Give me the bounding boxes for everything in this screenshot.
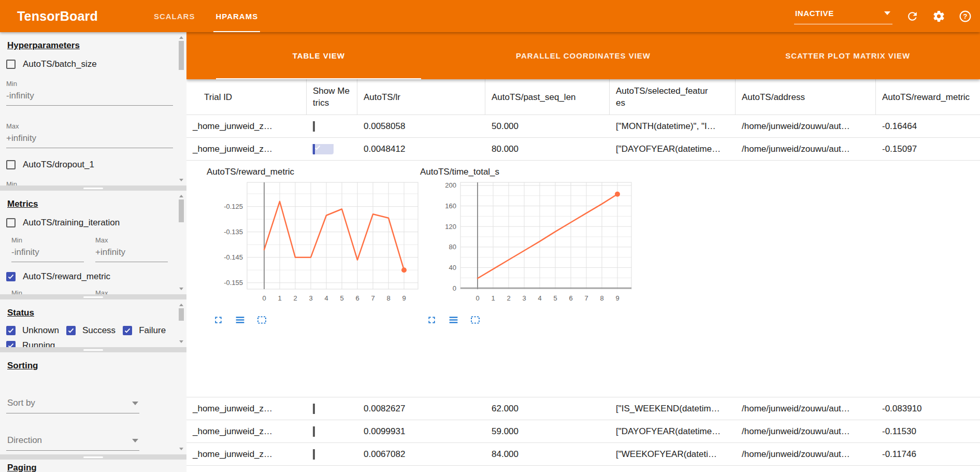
svg-text:5: 5 [340,294,343,302]
tab-parallel-coordinates-view[interactable]: PARALLEL COORDINATES VIEW [451,32,716,79]
run-status-value: INACTIVE [795,9,834,18]
svg-text:120: 120 [445,223,456,231]
min-label: Min [11,289,84,294]
resize-handle[interactable] [83,296,103,298]
tab-scalars[interactable]: SCALARS [143,0,206,32]
scroll-down-icon[interactable] [179,179,183,181]
section-scrollbar[interactable] [178,303,184,344]
show-metrics-cell [307,144,357,154]
show-metrics-checkbox[interactable] [313,121,315,132]
section-resize-divider[interactable] [0,185,186,191]
horizontal-lines-icon[interactable] [235,314,246,325]
time-total-chart: 040801201602000123456789 [417,178,640,305]
column-header-lr[interactable]: AutoTS/lr [357,79,485,115]
min-input[interactable]: -infinity [11,244,84,262]
status-running-checkbox[interactable] [6,341,16,347]
view-tab-bar: TABLE VIEW PARALLEL COORDINATES VIEW SCA… [186,32,980,79]
max-label: Max [6,122,173,130]
column-header-show-metrics[interactable]: Show Metrics [307,79,357,115]
status-failure-checkbox[interactable] [123,326,132,335]
address-cell: /home/junweid/zouwu/aut… [736,426,876,437]
status-unknown-checkbox[interactable] [6,326,16,335]
show-metrics-cell [307,404,357,414]
section-resize-divider[interactable] [0,347,186,352]
svg-text:-0.145: -0.145 [224,253,243,261]
metric-training-iteration-row[interactable]: AutoTS/training_iteration [6,218,173,228]
status-failure-row[interactable]: Failure [123,325,166,336]
resize-handle[interactable] [83,188,103,189]
sort-by-select[interactable]: Sort by [6,396,139,413]
scroll-up-icon[interactable] [179,195,183,197]
scroll-down-icon[interactable] [179,288,183,290]
app-header: TensorBoard SCALARS HPARAMS INACTIVE ? [0,0,980,32]
resize-handle[interactable] [83,456,103,458]
dashed-selection-icon[interactable] [470,314,481,325]
status-success-checkbox[interactable] [66,326,76,335]
min-label: Min [11,236,84,244]
training-iteration-checkbox[interactable] [6,218,16,227]
show-metrics-checkbox[interactable] [313,404,315,414]
section-resize-divider[interactable] [0,294,186,299]
section-scrollbar[interactable] [178,35,184,182]
run-status-selector[interactable]: INACTIVE [794,8,892,24]
sidebar-section-paging: Paging [0,460,186,472]
hparam-dropout-row[interactable]: AutoTS/dropout_1 [6,160,173,170]
show-metrics-checkbox[interactable] [313,144,315,154]
max-input[interactable]: +infinity [6,130,173,148]
scroll-up-icon[interactable] [179,36,183,39]
resize-handle[interactable] [83,349,103,351]
help-icon[interactable]: ? [959,10,972,23]
direction-select[interactable]: Direction [6,433,139,451]
fullscreen-icon[interactable] [426,314,437,325]
active-tab-underline [213,31,260,32]
tab-table-view[interactable]: TABLE VIEW [186,32,451,79]
svg-text:2: 2 [507,294,510,302]
section-scrollbar[interactable] [178,194,184,291]
selected-features-cell: ["MONTH(datetime)", "I… [610,121,736,132]
svg-text:0: 0 [475,294,479,302]
scrollbar-thumb[interactable] [179,199,184,222]
section-resize-divider[interactable] [0,454,186,460]
column-header-trial-id[interactable]: Trial ID [186,79,307,115]
table-row: _home_junweid_z…0.005805850.000["MONTH(d… [186,115,980,138]
scroll-down-icon[interactable] [179,340,183,343]
horizontal-lines-icon[interactable] [448,314,459,325]
scroll-down-icon[interactable] [179,448,183,450]
hparam-batch-size-row[interactable]: AutoTS/batch_size [6,59,173,69]
batch-size-checkbox[interactable] [6,60,16,69]
tab-scatter-plot-matrix-view[interactable]: SCATTER PLOT MATRIX VIEW [715,32,980,79]
scrollbar-thumb[interactable] [179,41,184,70]
dropout-checkbox[interactable] [6,160,16,169]
max-input[interactable]: +infinity [95,244,168,262]
gear-icon[interactable] [932,10,945,23]
column-header-past-seq-len[interactable]: AutoTS/past_seq_len [485,79,610,115]
reload-icon[interactable] [906,10,919,23]
svg-text:200: 200 [445,181,456,189]
section-scrollbar[interactable] [178,355,184,451]
address-cell: /home/junweid/zouwu/aut… [736,449,876,460]
column-header-selected-features[interactable]: AutoTS/selected_features [610,79,736,115]
show-metrics-cell [307,449,357,460]
min-input[interactable]: -infinity [6,88,173,106]
scrollbar-thumb[interactable] [179,308,184,321]
past-seq-len-cell: 62.000 [485,404,610,414]
status-running-row[interactable]: Running [6,340,55,347]
status-unknown-row[interactable]: Unknown [6,325,59,336]
tab-hparams[interactable]: HPARAMS [205,0,268,32]
dashed-selection-icon[interactable] [256,314,267,325]
fullscreen-icon[interactable] [213,314,224,325]
show-metrics-checkbox[interactable] [313,449,315,460]
trial-id-cell: _home_junweid_z… [186,449,307,460]
svg-text:-0.125: -0.125 [224,203,243,210]
selected-features-cell: ["WEEKOFYEAR(dateti… [610,449,736,460]
column-header-address[interactable]: AutoTS/address [736,79,876,115]
scroll-up-icon[interactable] [179,304,183,306]
column-header-reward-metric[interactable]: AutoTS/reward_metric [876,79,980,115]
paging-heading: Paging [7,463,173,472]
status-success-row[interactable]: Success [66,325,116,336]
metric-reward-row[interactable]: AutoTS/reward_metric [6,271,173,282]
svg-text:6: 6 [355,294,359,302]
reward-metric-cell: -0.16464 [876,121,980,132]
reward-metric-checkbox[interactable] [6,272,16,281]
show-metrics-checkbox[interactable] [313,426,315,437]
